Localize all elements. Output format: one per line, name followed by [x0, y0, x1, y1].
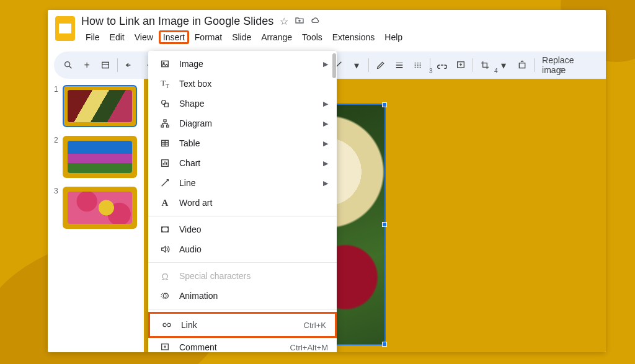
layout-icon[interactable]	[97, 56, 113, 74]
svg-rect-10	[167, 125, 169, 127]
insert-menu-dropdown: Image ▶ TT Text box Shape ▶ Diagram ▶ Ta…	[148, 51, 337, 352]
menu-item-label: Table	[179, 138, 200, 148]
menu-item-chart[interactable]: Chart ▶	[148, 153, 337, 173]
comment-add-icon	[158, 342, 172, 352]
separator	[148, 262, 337, 263]
table-icon	[158, 138, 172, 148]
thumb-image	[68, 141, 132, 173]
menu-item-audio[interactable]: Audio	[148, 239, 337, 259]
menu-help[interactable]: Help	[380, 30, 407, 44]
separator	[148, 309, 337, 309]
svg-rect-11	[162, 140, 169, 146]
new-slide-icon[interactable]: +	[79, 56, 95, 74]
menu-arrange[interactable]: Arrange	[257, 30, 296, 44]
thumb-image	[68, 192, 132, 224]
move-folder-icon[interactable]	[295, 16, 304, 28]
slides-window: How to Link an Image in Google Slides ☆ …	[48, 10, 606, 352]
slide-thumbnail[interactable]	[63, 187, 137, 229]
svg-rect-1	[102, 62, 109, 68]
menu-item-label: Line	[179, 178, 195, 188]
submenu-arrow-icon: ▶	[323, 159, 328, 167]
ruler-tick: 4	[494, 68, 498, 74]
resize-handle[interactable]	[382, 222, 387, 227]
slide-thumbnail[interactable]	[63, 85, 137, 127]
menu-item-diagram[interactable]: Diagram ▶	[148, 113, 337, 133]
menu-item-textbox[interactable]: TT Text box	[148, 74, 337, 94]
menu-view[interactable]: View	[130, 30, 158, 44]
keyboard-shortcut: Ctrl+Alt+M	[290, 343, 328, 352]
animation-icon	[158, 291, 172, 301]
menu-slide[interactable]: Slide	[228, 30, 255, 44]
image-icon	[158, 59, 172, 69]
chart-icon	[158, 158, 172, 168]
undo-icon[interactable]	[122, 56, 138, 74]
resize-handle[interactable]	[382, 102, 387, 107]
menu-item-comment[interactable]: Comment Ctrl+Alt+M	[148, 337, 337, 352]
slide-thumbnails: 1 2 3	[48, 79, 144, 352]
menu-item-image[interactable]: Image ▶	[148, 54, 337, 74]
submenu-arrow-icon: ▶	[323, 60, 328, 68]
menu-item-animation[interactable]: Animation	[148, 286, 337, 306]
menu-item-special-characters: Ω Special characters	[148, 266, 337, 286]
menu-item-label: Audio	[179, 244, 202, 254]
link-icon	[160, 320, 174, 330]
submenu-arrow-icon: ▶	[323, 140, 328, 148]
menu-edit[interactable]: Edit	[105, 30, 129, 44]
slide-thumbnail[interactable]	[63, 136, 137, 178]
keyboard-shortcut: Ctrl+K	[304, 321, 326, 330]
diagram-icon	[158, 118, 172, 128]
submenu-arrow-icon: ▶	[323, 120, 328, 128]
separator	[148, 216, 337, 216]
menu-item-label: Video	[179, 224, 202, 234]
wordart-icon: A	[158, 198, 172, 208]
menu-tools[interactable]: Tools	[298, 30, 327, 44]
svg-rect-9	[161, 125, 163, 127]
slides-logo-icon[interactable]	[55, 16, 75, 41]
menubar: File Edit View Insert Format Slide Arran…	[81, 30, 598, 44]
video-icon	[158, 224, 172, 234]
ruler-tick: 3	[429, 68, 433, 74]
menu-item-label: Comment	[179, 342, 217, 352]
svg-rect-4	[162, 61, 169, 66]
submenu-arrow-icon: ▶	[323, 100, 328, 108]
ruler-tick: 5	[559, 68, 563, 74]
textbox-icon: TT	[158, 78, 172, 89]
menu-extensions[interactable]: Extensions	[328, 30, 379, 44]
separator	[117, 58, 118, 72]
menu-file[interactable]: File	[81, 30, 104, 44]
shape-icon	[158, 99, 172, 109]
menu-item-line[interactable]: Line ▶	[148, 173, 337, 193]
thumb-number: 3	[54, 187, 59, 195]
line-icon	[158, 178, 172, 188]
cloud-status-icon[interactable]	[311, 16, 321, 28]
document-title[interactable]: How to Link an Image in Google Slides	[81, 15, 273, 28]
menu-item-link[interactable]: Link Ctrl+K	[148, 312, 337, 338]
menu-item-wordart[interactable]: A Word art	[148, 193, 337, 213]
omega-icon: Ω	[158, 271, 172, 282]
thumb-number: 2	[54, 136, 59, 144]
menu-item-shape[interactable]: Shape ▶	[148, 94, 337, 113]
header: How to Link an Image in Google Slides ☆ …	[48, 10, 606, 44]
menu-item-label: Image	[179, 59, 203, 69]
menu-item-label: Special characters	[179, 271, 251, 281]
thumb-image	[68, 90, 132, 122]
menu-item-label: Shape	[179, 99, 204, 109]
thumb-number: 1	[54, 85, 59, 94]
menu-item-label: Diagram	[179, 118, 212, 128]
menu-insert[interactable]: Insert	[159, 30, 189, 44]
svg-rect-8	[164, 120, 166, 122]
menu-item-video[interactable]: Video	[148, 220, 337, 239]
submenu-arrow-icon: ▶	[323, 179, 328, 187]
menu-item-label: Chart	[179, 158, 200, 168]
svg-point-0	[65, 62, 70, 67]
menu-item-label: Word art	[179, 198, 212, 208]
audio-icon	[158, 244, 172, 254]
menu-item-label: Text box	[179, 79, 211, 89]
resize-handle[interactable]	[382, 342, 387, 347]
menu-item-label: Link	[181, 320, 197, 330]
star-icon[interactable]: ☆	[280, 16, 288, 28]
menu-item-table[interactable]: Table ▶	[148, 133, 337, 153]
search-icon[interactable]	[60, 56, 76, 74]
menu-format[interactable]: Format	[190, 30, 226, 44]
menu-item-label: Animation	[179, 291, 218, 301]
